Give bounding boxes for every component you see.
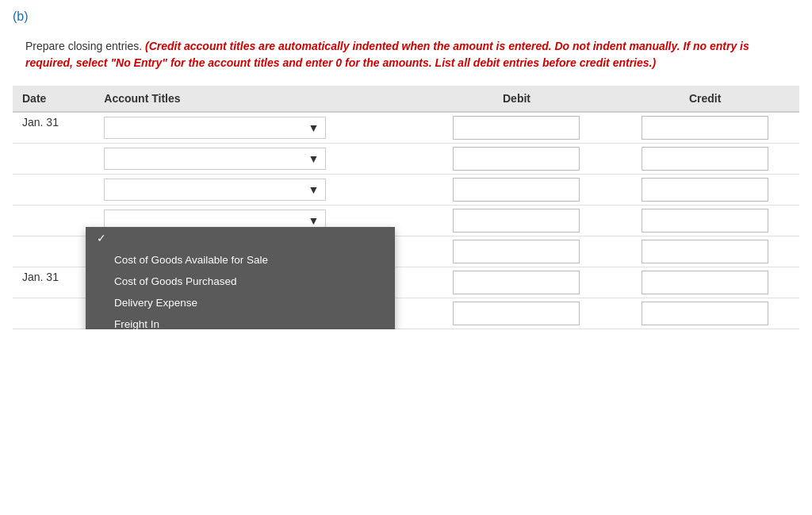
debit-input-7[interactable]	[453, 302, 580, 325]
credit-input-6[interactable]	[642, 271, 768, 294]
credit-cell-7	[611, 298, 799, 329]
date-cell-5	[13, 236, 94, 267]
debit-cell-7	[423, 298, 611, 329]
credit-input-2[interactable]	[642, 147, 768, 171]
instruction-prefix: Prepare closing entries.	[25, 40, 142, 52]
dropdown-item-freight-in[interactable]: Freight In	[86, 313, 395, 329]
dropdown-item-label-3: Delivery Expense	[114, 297, 197, 309]
chevron-down-icon-2: ▼	[308, 152, 319, 165]
credit-input-4[interactable]	[642, 209, 768, 233]
dropdown-item-label-2: Cost of Goods Purchased	[114, 275, 237, 287]
credit-cell-2	[611, 144, 799, 175]
credit-input-1[interactable]	[642, 116, 768, 140]
dropdown-item-label-1: Cost of Goods Available for Sale	[114, 254, 268, 266]
account-select-display-2[interactable]: ▼	[104, 148, 326, 170]
header-date: Date	[13, 86, 94, 112]
chevron-down-icon-1: ▼	[308, 121, 319, 134]
debit-input-6[interactable]	[453, 271, 580, 294]
table-row: Jan. 31 ▼	[13, 112, 799, 144]
credit-input-7[interactable]	[642, 302, 768, 325]
account-cell-1: ▼	[94, 112, 422, 144]
credit-input-5[interactable]	[642, 240, 768, 263]
credit-cell-5	[611, 236, 799, 267]
debit-input-4[interactable]	[453, 209, 580, 233]
table-row: ▼	[13, 144, 799, 175]
debit-cell-4	[423, 206, 611, 236]
account-cell-2: ▼	[94, 144, 422, 175]
main-table-container: Date Account Titles Debit Credit Jan. 31…	[0, 86, 812, 329]
debit-cell-3	[423, 175, 611, 206]
credit-cell-1	[611, 112, 799, 144]
dropdown-item-label-4: Freight In	[114, 318, 159, 329]
dropdown-item-blank[interactable]: ✓	[86, 227, 395, 249]
chevron-down-icon-3: ▼	[308, 183, 319, 196]
page-label: (b)	[0, 0, 812, 30]
account-cell-3: ▼	[94, 175, 422, 206]
dropdown-item-cogs-purchased[interactable]: Cost of Goods Purchased	[86, 271, 395, 292]
date-cell-7	[13, 298, 94, 329]
debit-input-3[interactable]	[453, 178, 580, 202]
debit-input-5[interactable]	[453, 240, 580, 263]
date-cell-1: Jan. 31	[13, 112, 94, 144]
date-cell-4	[13, 206, 94, 236]
debit-input-1[interactable]	[453, 116, 580, 140]
header-account-titles: Account Titles	[94, 86, 422, 112]
credit-cell-3	[611, 175, 799, 206]
chevron-down-icon-4: ▼	[308, 214, 319, 227]
account-select-wrapper-3[interactable]: ▼	[104, 179, 326, 201]
date-cell-6: Jan. 31	[13, 267, 94, 298]
debit-cell-1	[423, 112, 611, 144]
credit-cell-6	[611, 267, 799, 298]
check-icon: ✓	[97, 232, 108, 244]
instruction-block: Prepare closing entries. (Credit account…	[0, 30, 812, 86]
debit-cell-5	[423, 236, 611, 267]
account-select-display-1[interactable]: ▼	[104, 117, 326, 139]
date-cell-3	[13, 175, 94, 206]
date-cell-2	[13, 144, 94, 175]
debit-cell-2	[423, 144, 611, 175]
account-select-display-3[interactable]: ▼	[104, 179, 326, 201]
account-select-wrapper-2[interactable]: ▼	[104, 148, 326, 170]
dropdown-item-cogs-avail[interactable]: Cost of Goods Available for Sale	[86, 249, 395, 271]
header-credit: Credit	[611, 86, 799, 112]
credit-cell-4	[611, 206, 799, 236]
debit-cell-6	[423, 267, 611, 298]
account-select-wrapper-1[interactable]: ▼	[104, 117, 326, 139]
dropdown-item-delivery-expense[interactable]: Delivery Expense	[86, 292, 395, 313]
credit-input-3[interactable]	[642, 178, 768, 202]
account-dropdown[interactable]: ✓ Cost of Goods Available for Sale Cost …	[86, 227, 395, 329]
debit-input-2[interactable]	[453, 147, 580, 171]
header-debit: Debit	[423, 86, 611, 112]
table-row: ▼	[13, 175, 799, 206]
